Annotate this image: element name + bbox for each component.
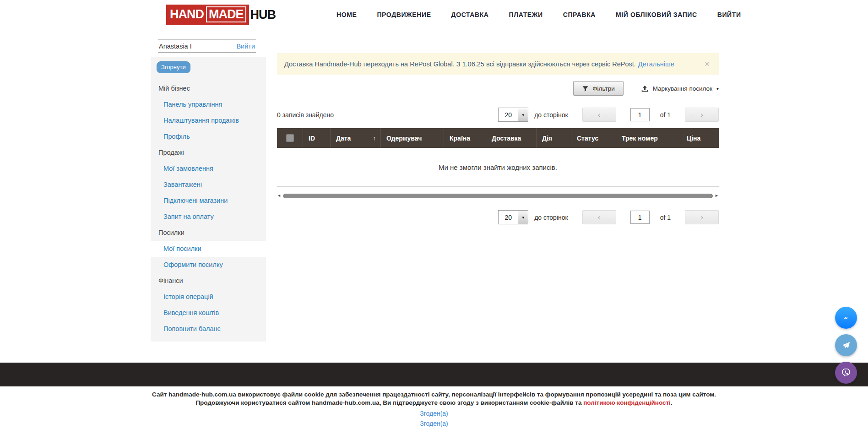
page-of-label: of 1 bbox=[660, 214, 671, 221]
page-number-input-bottom[interactable] bbox=[630, 211, 650, 224]
scroll-left-icon[interactable]: ◄ bbox=[277, 194, 281, 198]
sidebar-item-withdraw-funds[interactable]: Виведення коштів bbox=[151, 305, 266, 321]
parcel-marking-label: Маркування посилок bbox=[653, 85, 712, 92]
header-cell-date[interactable]: Дата ↑ bbox=[330, 128, 380, 148]
nav-home[interactable]: HOME bbox=[336, 11, 357, 18]
header-cell-price[interactable]: Ціна bbox=[681, 128, 719, 148]
user-name: Anastasia I bbox=[159, 43, 192, 50]
nav-my-account[interactable]: МІЙ ОБЛІКОВИЙ ЗАПИС bbox=[616, 11, 697, 18]
header-cell-track-number[interactable]: Трек номер bbox=[616, 128, 681, 148]
nav-delivery[interactable]: ДОСТАВКА bbox=[451, 11, 489, 18]
privacy-policy-link[interactable]: політикою конфіденційності bbox=[583, 399, 671, 406]
nav-logout[interactable]: ВИЙТИ bbox=[717, 11, 741, 18]
per-page-value: 20 bbox=[499, 211, 518, 224]
messenger-button[interactable] bbox=[835, 307, 857, 329]
records-row: 0 записів знайдено 20 ▾ до сторінок ‹ of… bbox=[277, 108, 719, 122]
logo-hand: HAND bbox=[170, 7, 204, 22]
logo-made: MADE bbox=[206, 6, 246, 22]
sidebar-item-connected-shops[interactable]: Підключені магазини bbox=[151, 193, 266, 209]
sidebar-item-sales-settings[interactable]: Налаштування продажів bbox=[151, 113, 266, 129]
collapse-button[interactable]: Згорнути bbox=[157, 61, 190, 73]
telegram-icon bbox=[840, 339, 852, 352]
sidebar-section-finances: Фінанси bbox=[151, 273, 266, 289]
upload-icon bbox=[641, 85, 649, 92]
pagination-top: 20 ▾ до сторінок ‹ of 1 › bbox=[498, 108, 719, 122]
viber-icon bbox=[840, 366, 852, 379]
sidebar-item-my-orders[interactable]: Мої замовлення bbox=[151, 161, 266, 177]
sidebar-item-create-parcel[interactable]: Оформити посилку bbox=[151, 257, 266, 273]
page-of-label: of 1 bbox=[660, 111, 671, 119]
logo-red-box: HAND MADE bbox=[166, 5, 249, 25]
per-page-label: до сторінок bbox=[534, 214, 568, 221]
nav-help[interactable]: СПРАВКА bbox=[563, 11, 596, 18]
table-empty-state: Ми не змогли знайти жодних записів. bbox=[277, 148, 719, 187]
agree-link-1[interactable]: Згоден(а) bbox=[0, 410, 868, 417]
footer-band bbox=[0, 363, 868, 386]
header-cell-status[interactable]: Статус bbox=[571, 128, 616, 148]
top-header: HAND MADE HUB HOME ПРОДВИЖЕНИЕ ДОСТАВКА … bbox=[0, 0, 868, 29]
main-nav: HOME ПРОДВИЖЕНИЕ ДОСТАВКА ПЛАТЕЖИ СПРАВК… bbox=[336, 0, 741, 29]
records-count: 0 записів знайдено bbox=[277, 111, 334, 119]
header-cell-checkbox bbox=[277, 128, 303, 148]
date-label: Дата bbox=[336, 135, 351, 142]
funnel-icon bbox=[582, 85, 589, 92]
banner-close-icon[interactable]: × bbox=[703, 59, 711, 69]
logo-hub: HUB bbox=[249, 8, 276, 22]
sidebar-item-dashboard[interactable]: Панель управління bbox=[151, 97, 266, 113]
header-cell-delivery[interactable]: Доставка bbox=[486, 128, 536, 148]
cookie-notice-line2: Продовжуючи користуватися сайтом handmad… bbox=[0, 399, 868, 407]
empty-message: Ми не змогли знайти жодних записів. bbox=[439, 163, 557, 171]
sidebar-section-sales: Продажі bbox=[151, 145, 266, 161]
sidebar-item-profile[interactable]: Профіль bbox=[151, 129, 266, 145]
parcel-marking-dropdown[interactable]: Маркування посилок ▾ bbox=[641, 85, 719, 92]
main-content: Доставка Handmade-Hub переходить на RePo… bbox=[277, 53, 719, 224]
sidebar-menu: Мій бізнес Панель управління Налаштуванн… bbox=[151, 81, 266, 337]
select-all-checkbox[interactable] bbox=[286, 134, 294, 142]
sidebar-section-my-business: Мій бізнес bbox=[151, 81, 266, 97]
sidebar-item-uploaded[interactable]: Завантажені bbox=[151, 177, 266, 193]
next-page-button[interactable]: › bbox=[685, 108, 719, 122]
telegram-button[interactable] bbox=[835, 334, 857, 356]
cookie-notice-line2-period: . bbox=[671, 399, 673, 406]
cookie-notice-line2-text: Продовжуючи користуватися сайтом handmad… bbox=[195, 399, 583, 406]
header-cell-action[interactable]: Дія bbox=[536, 128, 571, 148]
sidebar-item-top-up-balance[interactable]: Поповнити баланс bbox=[151, 321, 266, 337]
page-number-input[interactable] bbox=[630, 108, 650, 121]
sidebar-item-payment-request[interactable]: Запит на оплату bbox=[151, 209, 266, 225]
sidebar-item-operations-history[interactable]: Історія операцій bbox=[151, 289, 266, 305]
sidebar-item-my-parcels[interactable]: Мої посилки bbox=[151, 241, 266, 257]
nav-payments[interactable]: ПЛАТЕЖИ bbox=[509, 11, 543, 18]
messenger-icon bbox=[840, 311, 852, 324]
prev-page-button[interactable]: ‹ bbox=[582, 108, 616, 122]
sidebar-logout-link[interactable]: Вийти bbox=[236, 43, 255, 50]
nav-promotion[interactable]: ПРОДВИЖЕНИЕ bbox=[377, 11, 431, 18]
viber-button[interactable] bbox=[835, 362, 857, 384]
header-cell-country[interactable]: Країна bbox=[444, 128, 486, 148]
caret-down-icon: ▾ bbox=[716, 86, 719, 91]
per-page-select[interactable]: 20 ▾ bbox=[498, 108, 528, 122]
agree-link-2[interactable]: Згоден(а) bbox=[0, 420, 868, 427]
cookie-notice-line1: Сайт handmade-hub.com.ua використовує фа… bbox=[0, 391, 868, 399]
filters-button[interactable]: Фільтри bbox=[573, 81, 623, 96]
banner-details-link[interactable]: Детальніше bbox=[638, 60, 674, 68]
per-page-select-bottom[interactable]: 20 ▾ bbox=[498, 210, 528, 224]
sidebar: Згорнути Мій бізнес Панель управління На… bbox=[151, 57, 266, 342]
scrollbar-thumb[interactable] bbox=[283, 194, 713, 198]
banner-text: Доставка Handmade-Hub переходить на RePo… bbox=[284, 60, 636, 68]
scroll-right-icon[interactable]: ► bbox=[715, 194, 719, 198]
footer: Сайт handmade-hub.com.ua використовує фа… bbox=[0, 391, 868, 427]
prev-page-button-bottom[interactable]: ‹ bbox=[582, 210, 616, 224]
page: HAND MADE HUB HOME ПРОДВИЖЕНИЕ ДОСТАВКА … bbox=[0, 0, 868, 429]
sort-asc-icon: ↑ bbox=[373, 135, 376, 141]
sidebar-section-parcels: Посилки bbox=[151, 225, 266, 241]
header-cell-recipient[interactable]: Одержувач bbox=[380, 128, 444, 148]
parcels-table: ID Дата ↑ Одержувач Країна Доставка Дія … bbox=[277, 128, 719, 187]
per-page-label: до сторінок bbox=[534, 111, 568, 119]
pagination-bottom: 20 ▾ до сторінок ‹ of 1 › bbox=[498, 210, 719, 224]
site-logo[interactable]: HAND MADE HUB bbox=[166, 5, 276, 24]
select-caret-icon: ▾ bbox=[518, 108, 528, 121]
toolbar: Фільтри Маркування посилок ▾ bbox=[277, 81, 719, 96]
header-cell-id[interactable]: ID bbox=[303, 128, 330, 148]
select-caret-icon: ▾ bbox=[518, 211, 528, 224]
next-page-button-bottom[interactable]: › bbox=[685, 210, 719, 224]
